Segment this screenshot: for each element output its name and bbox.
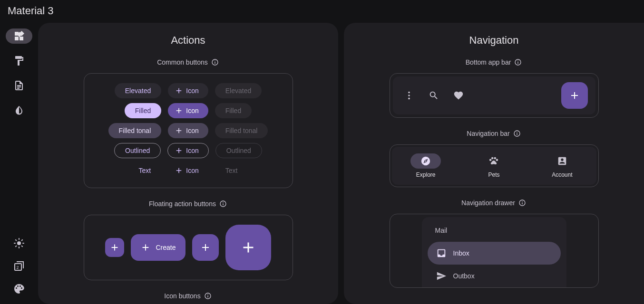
- svg-rect-1: [15, 37, 19, 40]
- filled-disabled-button: Filled: [215, 103, 252, 118]
- sidebar-item-palette[interactable]: [6, 281, 32, 296]
- inbox-icon: [436, 248, 447, 258]
- tonal-icon-button[interactable]: Icon: [168, 123, 208, 138]
- widgets-icon: [13, 30, 25, 42]
- text-button[interactable]: Text: [128, 163, 162, 178]
- nav-bar-card: Explore Pets Account: [390, 144, 599, 187]
- sidebar-item-typography[interactable]: [6, 53, 32, 68]
- panel-title-navigation: Navigation: [355, 34, 633, 47]
- info-icon[interactable]: [518, 199, 527, 207]
- svg-point-6: [408, 92, 410, 94]
- plus-icon: [175, 86, 183, 95]
- elevated-button[interactable]: Elevated: [115, 83, 161, 98]
- drawer-heading: Mail: [428, 227, 561, 242]
- info-icon[interactable]: [514, 58, 522, 66]
- format-paint-icon: [13, 55, 25, 66]
- sidebar-item-docs[interactable]: [6, 78, 32, 93]
- plus-icon: [200, 242, 211, 253]
- text-disabled-button: Text: [215, 163, 248, 178]
- outlined-icon-button[interactable]: Icon: [167, 143, 208, 158]
- svg-rect-2: [20, 37, 23, 40]
- fab-medium[interactable]: [192, 234, 219, 261]
- sidebar-item-components[interactable]: [6, 28, 32, 44]
- filled-button[interactable]: Filled: [125, 103, 161, 118]
- panel-title-actions: Actions: [49, 34, 327, 47]
- outlined-icon-label: Icon: [186, 147, 198, 154]
- elevated-icon-button[interactable]: Icon: [168, 83, 208, 98]
- tonal-button[interactable]: Filled tonal: [108, 123, 162, 138]
- nav-item-explore[interactable]: Explore: [410, 153, 441, 178]
- plus-icon: [109, 242, 120, 253]
- plus-icon: [140, 242, 151, 253]
- explore-icon: [420, 156, 431, 166]
- svg-text:2: 2: [17, 265, 19, 270]
- fab-extended-label: Create: [156, 244, 176, 251]
- section-common-buttons-label: Common buttons: [49, 58, 327, 66]
- drawer-item-inbox[interactable]: Inbox: [428, 242, 561, 265]
- text-icon-button[interactable]: Icon: [168, 163, 208, 178]
- section-nav-bar-label: Navigation bar: [355, 129, 633, 138]
- plus-icon: [240, 239, 257, 256]
- send-icon: [436, 271, 447, 281]
- svg-point-9: [425, 161, 426, 162]
- navigation-drawer: Mail Inbox Outbox: [422, 217, 566, 287]
- drawer-item-label: Outbox: [453, 272, 475, 280]
- bottom-app-bar-text: Bottom app bar: [466, 58, 511, 66]
- section-nav-drawer-label: Navigation drawer: [355, 199, 633, 207]
- nav-drawer-card: Mail Inbox Outbox: [390, 214, 599, 288]
- svg-point-10: [489, 159, 492, 161]
- plus-icon: [175, 126, 183, 135]
- drawer-item-outbox[interactable]: Outbox: [428, 265, 561, 287]
- elevated-icon-label: Icon: [186, 87, 198, 95]
- pets-icon: [488, 156, 499, 166]
- info-icon[interactable]: [204, 292, 212, 300]
- svg-rect-0: [15, 32, 19, 36]
- panel-actions: Actions Common buttons Elevated Icon Ele…: [38, 23, 338, 304]
- elevated-disabled-button: Elevated: [215, 83, 262, 98]
- plus-icon: [569, 90, 580, 101]
- text-icon-label: Icon: [186, 167, 198, 174]
- sidebar-item-brightness[interactable]: [6, 236, 32, 251]
- filled-icon-button[interactable]: Icon: [168, 103, 208, 118]
- tonal-disabled-button: Filled tonal: [215, 123, 268, 138]
- fab-text: Floating action buttons: [149, 200, 216, 208]
- text-snippet-icon: [13, 80, 25, 91]
- icon-buttons-text: Icon buttons: [164, 292, 200, 300]
- svg-point-8: [408, 98, 410, 100]
- section-bottom-app-bar-label: Bottom app bar: [355, 58, 633, 66]
- search-icon[interactable]: [425, 87, 442, 104]
- fab-small[interactable]: [105, 238, 124, 257]
- bottom-app-bar-card: [390, 73, 599, 118]
- info-icon[interactable]: [219, 200, 227, 208]
- favorite-icon[interactable]: [450, 87, 467, 104]
- light-mode-icon: [13, 238, 25, 249]
- plus-icon: [175, 166, 183, 175]
- outlined-button[interactable]: Outlined: [114, 143, 161, 158]
- navigation-bar: Explore Pets Account: [392, 147, 596, 185]
- nav-item-label: Explore: [416, 171, 436, 178]
- nav-item-label: Pets: [488, 171, 499, 178]
- drawer-item-label: Inbox: [453, 249, 469, 257]
- panel-navigation: Navigation Bottom app bar Navigation bar: [344, 23, 644, 304]
- nav-item-pets[interactable]: Pets: [478, 153, 509, 178]
- sidebar-item-m2[interactable]: 2: [6, 258, 32, 274]
- svg-point-11: [491, 157, 494, 160]
- nav-drawer-text: Navigation drawer: [461, 199, 515, 207]
- fab-large[interactable]: [225, 225, 271, 270]
- nav-item-account[interactable]: Account: [547, 153, 577, 178]
- sidebar-item-contrast[interactable]: [6, 103, 32, 118]
- common-buttons-text: Common buttons: [157, 58, 208, 66]
- info-icon[interactable]: [513, 129, 521, 138]
- fab-card: Create: [84, 215, 293, 280]
- outlined-disabled-button: Outlined: [215, 143, 262, 158]
- fab-extended[interactable]: Create: [131, 234, 185, 261]
- bottom-app-bar-fab[interactable]: [561, 82, 588, 109]
- info-icon[interactable]: [211, 58, 219, 66]
- sidebar: 2: [0, 17, 38, 304]
- bottom-app-bar: [393, 76, 595, 114]
- common-buttons-card: Elevated Icon Elevated Filled Icon Fille…: [84, 73, 293, 188]
- svg-point-3: [17, 241, 21, 245]
- filter-2-icon: 2: [13, 260, 25, 272]
- app-title: Material 3: [0, 0, 644, 17]
- more-vert-icon[interactable]: [400, 87, 418, 104]
